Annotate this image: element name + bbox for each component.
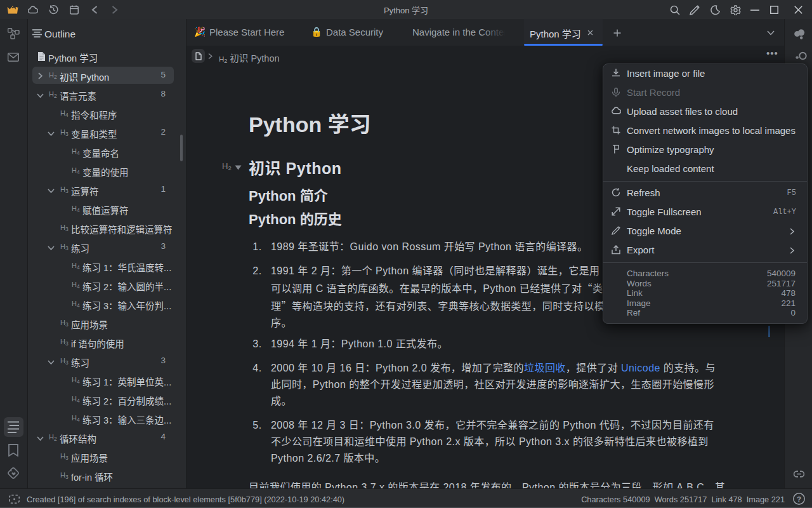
svg-text:?: ? [797, 495, 801, 503]
